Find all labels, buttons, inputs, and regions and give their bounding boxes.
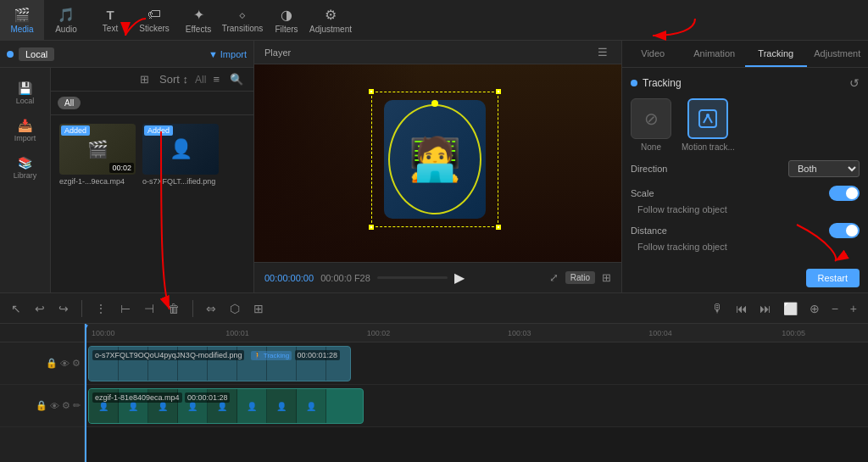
import-icon: ▼ <box>209 49 218 59</box>
transitions-icon: ⬦ <box>238 7 247 22</box>
player-menu-icon[interactable]: ☰ <box>594 44 611 60</box>
media-name-1: ezgif-1-...9eca.mp4 <box>59 177 136 186</box>
toolbar-media[interactable]: 🎬 Media <box>0 0 44 41</box>
player-header: Player ☰ <box>254 41 621 64</box>
playhead[interactable] <box>85 324 86 462</box>
track-row-video: 👤 👤 👤 👤 👤 👤 👤 👤 ezgif-1-81e8409eca.mp4 0 <box>85 385 868 427</box>
tab-video[interactable]: Video <box>622 41 684 67</box>
media-item-anime[interactable]: 👤 Added o-s7XFQLT...ified.png <box>142 124 219 186</box>
crop-button[interactable]: ⬡ <box>225 300 244 317</box>
top-toolbar: 🎬 Media 🎵 Audio T Text 🏷 Stickers ✦ Effe… <box>0 0 868 41</box>
settings-icon[interactable]: ⊞ <box>602 271 611 284</box>
scale-sub-label: Follow tracking object <box>637 204 727 214</box>
direction-select[interactable]: Both Horizontal Vertical <box>788 160 860 177</box>
ruler-mark-1: 100:01 <box>225 329 249 337</box>
tab-local[interactable]: Local <box>19 47 54 61</box>
scale-row: Scale <box>631 186 860 201</box>
media-name-2: o-s7XFQLT...ified.png <box>142 177 219 186</box>
grid-view-button[interactable]: ⊞ <box>136 71 153 87</box>
toolbar-audio[interactable]: 🎵 Audio <box>44 0 88 41</box>
media-icon: 🎬 <box>14 7 31 23</box>
separator-2 <box>192 300 193 317</box>
added-badge-1: Added <box>61 125 90 136</box>
scale-label: Scale <box>631 188 654 198</box>
none-label: None <box>641 142 661 152</box>
toolbar-adjustment[interactable]: ⚙ Adjustment <box>309 0 353 41</box>
import-button[interactable]: ▼ Import <box>209 49 247 59</box>
nav-library[interactable]: 📚 Library <box>0 149 50 186</box>
reset-button[interactable]: ↺ <box>849 76 860 90</box>
track-lock-btn[interactable]: 🔒 <box>46 358 58 369</box>
trim-left-button[interactable]: ⊢ <box>116 300 135 317</box>
time-current: 00:00:00:00 <box>264 273 314 283</box>
ruler-mark-3: 100:03 <box>508 329 531 337</box>
time-total: 00:00:0 F28 <box>320 273 370 283</box>
filter-button[interactable]: ≡ <box>209 71 223 87</box>
trim-right-button[interactable]: ⊣ <box>140 300 159 317</box>
select-tool[interactable]: ↖ <box>7 300 25 317</box>
distance-sub-row: Follow tracking object <box>631 242 860 252</box>
track2-settings-btn[interactable]: ⚙ <box>62 400 70 411</box>
add-button[interactable]: ⊞ <box>249 300 268 317</box>
clip-video[interactable]: 👤 👤 👤 👤 👤 👤 👤 👤 ezgif-1-81e8409eca.mp4 0 <box>88 388 364 424</box>
tracking-dot <box>631 80 637 86</box>
toolbar-filters[interactable]: ◑ Filters <box>264 0 309 41</box>
clip-anime[interactable]: o-s7XFQLT9OQoU4pyqJN3Q-modified.png 🚶 Tr… <box>88 346 351 381</box>
right-panel: Video Animation Tracking Adjustment Trac… <box>622 41 868 292</box>
track-settings-btn[interactable]: ⚙ <box>72 358 81 369</box>
distance-row: Distance <box>631 223 860 238</box>
split-button[interactable]: ⋮ <box>91 300 111 317</box>
distance-toggle[interactable] <box>829 223 860 238</box>
track-opt-motion[interactable]: Motion track... <box>682 98 735 152</box>
search-button[interactable]: 🔍 <box>226 71 247 87</box>
track-opt-none[interactable]: ⊘ None <box>631 98 671 152</box>
filter-row: All <box>51 92 253 115</box>
ruler-mark-5: 100:05 <box>782 329 805 337</box>
duration-badge-1: 00:02 <box>109 163 134 173</box>
track-visible-btn[interactable]: 👁 <box>60 359 70 369</box>
sort-button[interactable]: Sort ↕ <box>156 71 192 87</box>
toolbar-text[interactable]: T Text <box>88 0 132 41</box>
redo-button[interactable]: ↪ <box>54 300 73 317</box>
zoom-in[interactable]: + <box>846 300 861 317</box>
ratio-button[interactable]: Ratio <box>565 271 595 284</box>
direction-label: Direction <box>631 164 667 174</box>
play-button[interactable]: ▶ <box>454 270 465 286</box>
toolbar-effects[interactable]: ✦ Effects <box>176 0 220 41</box>
toolbar-stickers[interactable]: 🏷 Stickers <box>132 0 176 41</box>
tab-animation[interactable]: Animation <box>684 41 746 67</box>
fullscreen-icon[interactable]: ⤢ <box>549 271 559 284</box>
audio-icon: 🎵 <box>58 7 75 23</box>
track2-lock-btn[interactable]: 🔒 <box>36 400 47 411</box>
clip-anime-label: o-s7XFQLT9OQoU4pyqJN3Q-modified.png <box>92 350 244 360</box>
svg-rect-0 <box>699 110 716 127</box>
mic-button[interactable]: 🎙 <box>708 300 728 317</box>
add-track[interactable]: ⊕ <box>805 300 824 317</box>
nav-local[interactable]: 💾 Local <box>0 75 50 112</box>
restart-button[interactable]: Restart <box>806 269 860 287</box>
track2-visible-btn[interactable]: 👁 <box>50 401 59 411</box>
delete-button[interactable]: 🗑 <box>164 300 184 317</box>
undo-button[interactable]: ↩ <box>31 300 49 317</box>
mirror-button[interactable]: ⇔ <box>202 300 220 317</box>
track2-edit-btn[interactable]: ✏ <box>73 400 81 411</box>
tab-adjustment[interactable]: Adjustment <box>807 41 869 67</box>
clip-info-video: ezgif-1-81e8409eca.mp4 00:00:01:28 <box>92 391 230 403</box>
added-badge-2: Added <box>144 125 173 136</box>
nav-import[interactable]: 📥 Import <box>0 112 50 149</box>
zoom-out[interactable]: − <box>827 300 843 317</box>
media-item-video[interactable]: 🎬 Added 00:02 ezgif-1-...9eca.mp4 <box>59 124 136 186</box>
tab-tracking[interactable]: Tracking <box>745 41 807 67</box>
tracking-title: Tracking <box>631 77 682 89</box>
adjustment-icon: ⚙ <box>325 7 337 23</box>
filter-all[interactable]: All <box>58 97 81 109</box>
split-right[interactable]: ⏭ <box>755 300 776 317</box>
none-icon: ⊘ <box>631 98 671 139</box>
player-label: Player <box>264 47 291 58</box>
scale-toggle[interactable] <box>829 186 860 201</box>
ruler-mark-0: 100:00 <box>92 329 115 337</box>
ruler-mark-2: 100:02 <box>367 329 391 337</box>
toolbar-transitions[interactable]: ⬦ Transitions <box>220 0 264 41</box>
zoom-fit[interactable]: ⬜ <box>779 300 802 317</box>
prev-frame[interactable]: ⏮ <box>732 300 752 317</box>
